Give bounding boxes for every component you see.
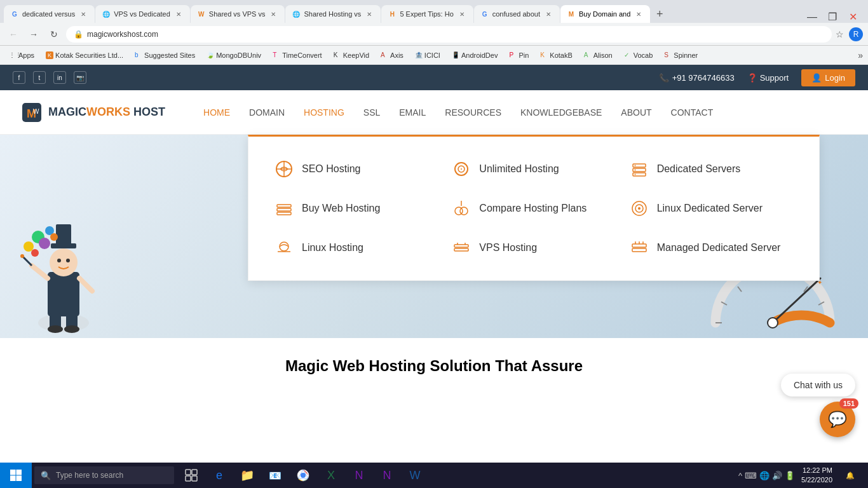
start-button[interactable] xyxy=(0,463,32,488)
tab-close-5[interactable]: ✕ xyxy=(457,9,467,19)
tab-favicon-5: H xyxy=(388,10,397,18)
nav-contact[interactable]: CONTACT xyxy=(671,104,714,121)
svg-point-14 xyxy=(634,174,635,175)
tab-4[interactable]: 🌐 Shared Hosting vs ✕ xyxy=(285,5,381,23)
nav-hosting[interactable]: HOSTING xyxy=(304,104,344,121)
svg-rect-39 xyxy=(56,224,71,245)
logo-icon: M W xyxy=(19,100,44,125)
svg-rect-15 xyxy=(277,205,291,207)
dropdown-linux-hosting[interactable]: Linux Hosting xyxy=(268,228,445,268)
svg-rect-26 xyxy=(454,245,468,247)
volume-icon[interactable]: 🔊 xyxy=(772,471,782,480)
refresh-button[interactable]: ↻ xyxy=(46,26,62,43)
bookmark-keepvid[interactable]: K KeepVid xyxy=(330,50,373,60)
instagram-icon[interactable]: 📷 xyxy=(74,71,86,84)
bookmark-android[interactable]: 📱 AndroidDev xyxy=(448,50,501,60)
bookmark-kotak[interactable]: K Kotak Securities Ltd... xyxy=(42,50,127,60)
nav-domain[interactable]: DOMAIN xyxy=(249,104,285,121)
system-clock[interactable]: 12:22 PM 5/22/2020 xyxy=(801,466,832,485)
nav-email[interactable]: EMAIL xyxy=(399,104,426,121)
bookmark-kotakb[interactable]: K KotakB xyxy=(536,50,576,60)
bookmark-icon[interactable]: ☆ xyxy=(836,29,844,39)
bookmark-vocab[interactable]: ✓ Vocab xyxy=(620,50,657,60)
tab-favicon-6: G xyxy=(480,10,489,18)
notification-icon[interactable]: 🔔 xyxy=(839,463,862,488)
twitter-icon[interactable]: t xyxy=(33,71,46,84)
logo[interactable]: M W MAGICWORKS HOST xyxy=(19,100,165,125)
linkedin-icon[interactable]: in xyxy=(53,71,66,84)
bookmark-icici[interactable]: 🏦 ICICI xyxy=(411,50,444,60)
dropdown-unlimited-hosting[interactable]: Unlimited Hosting xyxy=(445,149,622,189)
back-button[interactable]: ← xyxy=(5,26,22,43)
chrome-icon[interactable] xyxy=(291,463,315,488)
bookmark-spinner[interactable]: S Spinner xyxy=(660,50,702,60)
tab-close-4[interactable]: ✕ xyxy=(364,9,374,19)
bookmark-alison[interactable]: A Alison xyxy=(580,50,616,60)
address-input[interactable]: 🔒 magicworkshost.com xyxy=(66,26,832,43)
dropdown-managed-dedicated-server[interactable]: Managed Dedicated Server xyxy=(623,228,800,268)
word-icon[interactable]: W xyxy=(403,463,427,488)
network-icon[interactable]: 🌐 xyxy=(759,471,770,480)
dropdown-dedicated-servers[interactable]: Dedicated Servers xyxy=(623,149,800,189)
forward-button[interactable]: → xyxy=(25,26,42,43)
linux-dedicated-icon xyxy=(629,198,649,219)
tab-close-6[interactable]: ✕ xyxy=(543,9,553,19)
dropdown-vps-hosting[interactable]: VPS Hosting xyxy=(445,228,622,268)
nav-ssl[interactable]: SSL xyxy=(363,104,380,121)
dropdown-buy-web-hosting[interactable]: Buy Web Hosting xyxy=(268,189,445,228)
nav-about[interactable]: ABOUT xyxy=(621,104,651,121)
tab-close-3[interactable]: ✕ xyxy=(268,9,278,19)
bookmark-axis[interactable]: A Axis xyxy=(377,50,407,60)
nav-resources[interactable]: RESOURCES xyxy=(445,104,501,121)
dedicated-servers-icon xyxy=(629,159,649,179)
bookmark-apps[interactable]: ⋮⋮ Apps xyxy=(5,50,38,60)
task-view-icon[interactable] xyxy=(179,463,203,488)
tab-7[interactable]: M Buy Domain and ✕ xyxy=(560,5,650,23)
maximize-button[interactable]: ❐ xyxy=(826,11,839,23)
tab-5[interactable]: H 5 Expert Tips: Ho ✕ xyxy=(381,5,473,23)
taskbar-search[interactable]: 🔍 Type here to search xyxy=(34,466,174,484)
svg-text:W: W xyxy=(33,108,39,115)
tab-close-7[interactable]: ✕ xyxy=(634,9,644,19)
svg-point-13 xyxy=(634,170,635,171)
tray-up-icon[interactable]: ^ xyxy=(738,471,742,480)
bookmarks-bar: ⋮⋮ Apps K Kotak Securities Ltd... b Sugg… xyxy=(0,46,868,65)
bookmark-suggested[interactable]: b Suggested Sites xyxy=(131,50,199,60)
tab-2[interactable]: 🌐 VPS vs Dedicated ✕ xyxy=(95,5,190,23)
edge-icon[interactable]: e xyxy=(207,463,231,488)
tab-close-2[interactable]: ✕ xyxy=(173,9,184,19)
nav-knowledgebase[interactable]: KNOWLEDGEBASE xyxy=(520,104,602,121)
excel-icon[interactable]: X xyxy=(319,463,343,488)
close-button[interactable]: ✕ xyxy=(846,11,859,23)
bookmark-apps-label: Apps xyxy=(18,51,34,59)
nav-home[interactable]: HOME xyxy=(203,104,230,121)
bookmarks-more-icon[interactable]: » xyxy=(858,50,863,60)
chat-button[interactable]: 💬 151 xyxy=(820,402,855,437)
support-link[interactable]: ❓ Support xyxy=(747,73,789,83)
facebook-icon[interactable]: f xyxy=(13,71,25,84)
dropdown-seo-hosting[interactable]: SEO Hosting xyxy=(268,149,445,189)
browser-chrome: G dedicated versus ✕ 🌐 VPS vs Dedicated … xyxy=(0,0,868,65)
seo-hosting-label: SEO Hosting xyxy=(302,163,360,175)
tab-6[interactable]: G confused about ✕ xyxy=(474,5,560,23)
dropdown-linux-dedicated-server[interactable]: Linux Dedicated Server xyxy=(623,189,800,228)
onenote-icon[interactable]: N xyxy=(347,463,371,488)
tab-1[interactable]: G dedicated versus ✕ xyxy=(4,5,95,23)
dropdown-compare-hosting-plans[interactable]: Compare Hosting Plans xyxy=(445,189,622,228)
tab-3[interactable]: W Shared vs VPS vs ✕ xyxy=(191,5,285,23)
support-icon: ❓ xyxy=(747,73,757,83)
login-button[interactable]: 👤 Login xyxy=(801,69,855,86)
linux-hosting-label: Linux Hosting xyxy=(302,242,363,254)
profile-icon[interactable]: R xyxy=(849,27,863,41)
new-tab-button[interactable]: + xyxy=(651,5,668,23)
window-controls: — ❐ ✕ xyxy=(806,11,864,23)
bookmark-mongo[interactable]: 🍃 MongoDBUniv xyxy=(203,50,265,60)
minimize-button[interactable]: — xyxy=(806,11,818,23)
tab-close-1[interactable]: ✕ xyxy=(78,9,88,19)
file-explorer-icon[interactable]: 📁 xyxy=(235,463,259,488)
outlook-icon[interactable]: 📧 xyxy=(263,463,287,488)
bookmark-pin[interactable]: P Pin xyxy=(505,50,532,60)
onenote2-icon[interactable]: N xyxy=(375,463,399,488)
bookmark-time[interactable]: T TimeConvert xyxy=(269,50,326,60)
unlimited-hosting-icon xyxy=(451,159,471,179)
